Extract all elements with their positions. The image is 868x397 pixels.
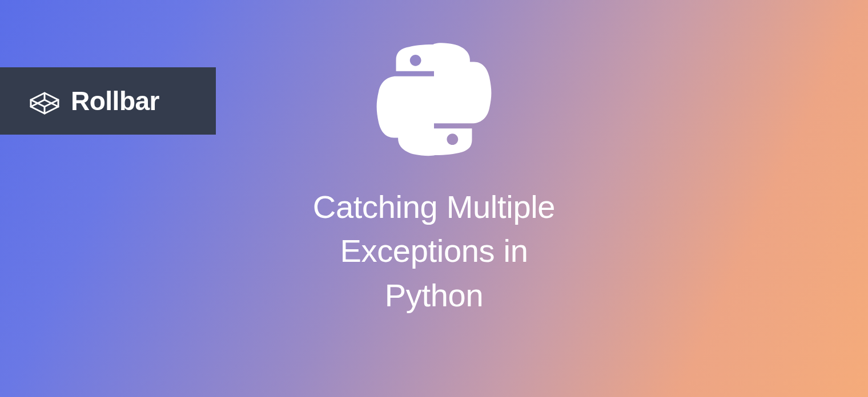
page-title: Catching Multiple Exceptions in Python (313, 185, 555, 317)
main-content: Catching Multiple Exceptions in Python (0, 34, 868, 317)
python-logo-icon (368, 34, 500, 165)
title-line-3: Python (385, 277, 484, 313)
title-line-1: Catching Multiple (313, 189, 555, 225)
title-line-2: Exceptions in (340, 233, 528, 269)
